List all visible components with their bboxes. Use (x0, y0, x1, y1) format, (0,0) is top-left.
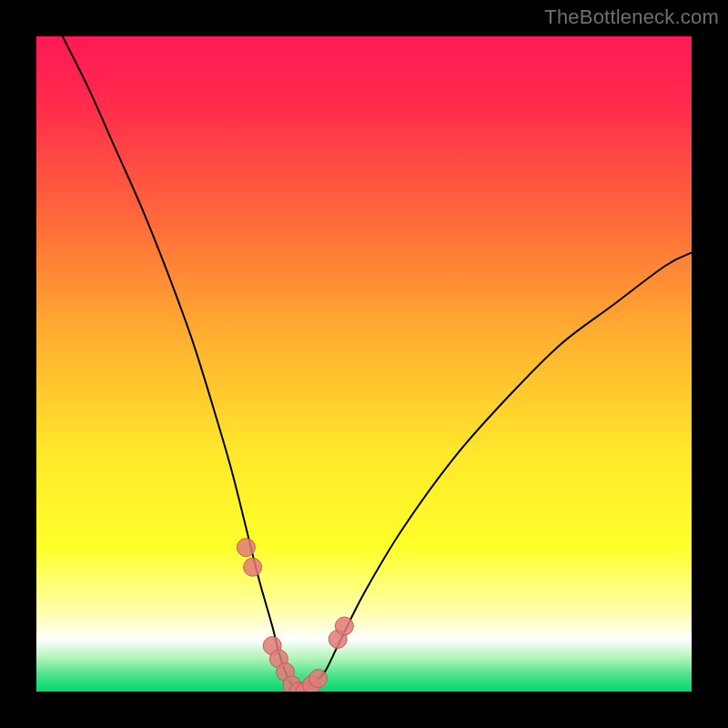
attribution-text: TheBottleneck.com (544, 5, 719, 29)
highlight-marker (237, 539, 255, 557)
chart-frame: TheBottleneck.com (0, 0, 728, 728)
bottleneck-curve (36, 36, 692, 692)
highlight-markers (237, 539, 353, 692)
plot-area (36, 36, 692, 692)
highlight-marker (309, 670, 328, 688)
highlight-marker (244, 558, 262, 576)
curve-layer (36, 36, 692, 692)
highlight-marker (335, 617, 353, 635)
